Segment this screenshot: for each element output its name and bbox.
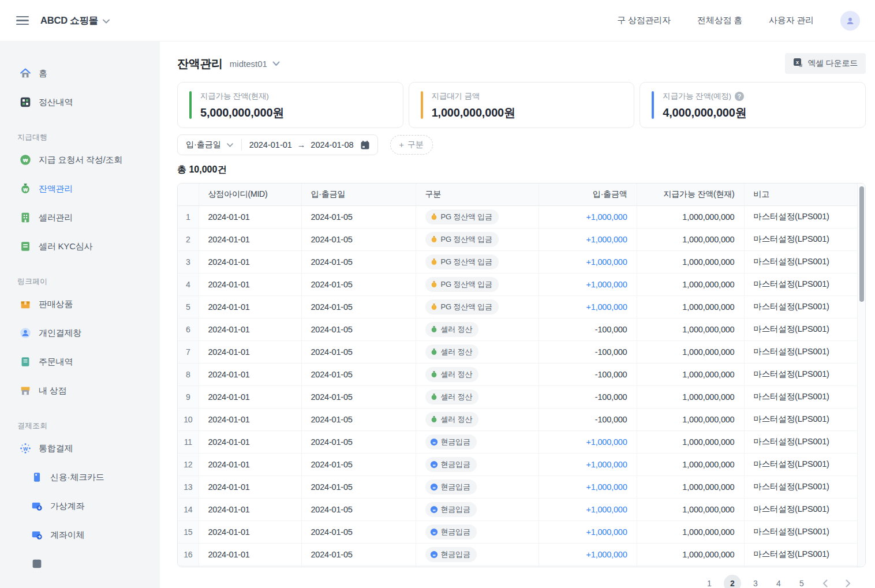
cell-mid: 2024-01-01 [199,205,301,228]
filter-field-dropdown[interactable]: 입·출금일 [178,135,241,155]
table-row: 102024-01-012024-01-05셀러 정산-100,0001,000… [178,408,857,430]
cell-category: PG 정산액 입금 [416,205,539,228]
card-label: 지급가능 잔액(현재) [200,91,269,102]
cell-note: 마스터설정(LPS001) [744,228,857,250]
cell-date: 2024-01-05 [301,228,416,250]
sidebar-item-label: 주문내역 [39,357,73,368]
cell-balance: 1,000,000,000 [637,205,744,228]
top-nav-item[interactable]: 사용자 관리 [769,15,814,26]
sidebar-item-product[interactable]: 판매상품 [0,290,160,319]
sidebar-section-label: 링크페이 [0,276,160,287]
cell-category: PG 정산액 입금 [416,273,539,295]
prev-page-icon[interactable] [816,575,833,588]
next-page-icon[interactable] [839,575,857,588]
summary-card: 지급가능 잔액(현재)5,000,000,000원 [177,82,403,128]
sidebar-item-kyc[interactable]: 셀러 KYC심사 [0,232,160,261]
cash-deposit-icon: w [430,550,438,559]
virtual-account-icon [31,500,43,512]
sidebar-item-balance[interactable]: ₩잔액관리 [0,174,160,203]
cell-note: 마스터설정(LPS001) [744,340,857,363]
cell-date: 2024-01-05 [301,498,416,520]
table-scrollbar-track[interactable] [857,183,865,567]
sidebar-item-credit-card[interactable]: 신용·체크카드 [0,463,160,492]
calendar-icon [360,140,370,150]
hamburger-menu-icon[interactable] [16,16,29,25]
cash-deposit-icon: w [430,438,438,446]
sidebar-item-transfer[interactable]: 계좌이체 [0,520,160,549]
sidebar-item-partial[interactable] [0,549,160,578]
cell-mid: 2024-01-01 [199,408,301,430]
column-header: 상점아이디(MID) [199,183,301,205]
mid-dropdown[interactable]: midtest01 [230,59,280,69]
cell-mid: 2024-01-01 [199,295,301,318]
table-row: 82024-01-012024-01-05셀러 정산-100,0001,000,… [178,363,857,385]
sidebar-item-settlement[interactable]: 정산내역 [0,88,160,117]
cell-category: w현금입금 [416,498,539,520]
cell-note: 마스터설정(LPS001) [744,430,857,453]
cell-note: 마스터설정(LPS001) [744,295,857,318]
transfer-icon [31,529,43,541]
user-avatar[interactable] [840,11,860,31]
category-badge: PG 정산액 입금 [425,277,499,292]
help-icon[interactable]: ? [735,92,744,101]
page-number-3[interactable]: 3 [747,575,764,588]
cell-mid: 2024-01-01 [199,520,301,543]
sidebar-item-integrated-payment[interactable]: w통합결제 [0,434,160,463]
brand-name: ABCD 쇼핑몰 [40,14,98,27]
cell-amount: +1,000,000 [539,273,637,295]
seller-settlement-icon [430,348,438,356]
excel-button-label: 엑셀 다운로드 [808,58,858,69]
date-to: 2024-01-08 [311,140,353,149]
cell-date: 2024-01-05 [301,363,416,385]
date-range-picker[interactable]: 2024-01-01 → 2024-01-08 [242,140,377,150]
page-number-1[interactable]: 1 [701,575,718,588]
sidebar-item-my-store[interactable]: 내 상점 [0,376,160,405]
card-accent-bar [421,91,423,119]
table-header: 상점아이디(MID)입·출금일구분입·출금액지급가능 잔액(현재)비고 [178,183,857,205]
cell-balance: 1,000,000,000 [637,340,744,363]
sidebar-item-label: 셀러관리 [39,212,73,223]
cell-amount: -100,000 [539,363,637,385]
cell-balance: 1,000,000,000 [637,543,744,565]
cell-category: 셀러 정산 [416,318,539,340]
page-number-4[interactable]: 4 [770,575,787,588]
cell-balance: 1,000,000,000 [637,228,744,250]
mid-value: midtest01 [230,59,267,69]
sidebar-item-payment-request[interactable]: ₩지급 요청서 작성/조회 [0,145,160,174]
page-number-2[interactable]: 2 [724,575,741,588]
svg-text:x: x [796,59,799,65]
cell-amount: +1,000,000 [539,205,637,228]
sidebar-item-seller[interactable]: 셀러관리 [0,203,160,232]
sidebar-item-virtual-account[interactable]: 가상계좌 [0,492,160,520]
category-badge: 셀러 정산 [425,412,479,427]
top-nav-item[interactable]: 전체상점 홈 [697,15,742,26]
sidebar: 홈정산내역지급대행₩지급 요청서 작성/조회₩잔액관리셀러관리셀러 KYC심사링… [0,42,160,588]
my-store-icon [19,384,32,397]
table-row-clipped [178,565,857,567]
cell-amount: -100,000 [539,318,637,340]
sidebar-item-personal-payment[interactable]: 개인결제창 [0,319,160,347]
cell-category: w현금입금 [416,543,539,565]
sidebar-section-label: 결제조회 [0,421,160,431]
seller-settlement-icon [430,370,438,379]
svg-text:w: w [432,530,435,534]
table-row: 92024-01-012024-01-05셀러 정산-100,0001,000,… [178,385,857,408]
card-accent-bar [189,91,192,119]
row-number: 6 [178,318,199,340]
top-nav-item[interactable]: 구 상점관리자 [617,15,671,26]
cell-note: 마스터설정(LPS001) [744,205,857,228]
table-scrollbar-thumb[interactable] [859,186,864,302]
cell-balance: 1,000,000,000 [637,453,744,475]
sidebar-item-label: 홈 [39,68,47,79]
store-switcher[interactable]: ABCD 쇼핑몰 [40,14,110,27]
excel-download-button[interactable]: x 엑셀 다운로드 [785,53,866,74]
cell-amount: +1,000,000 [539,250,637,273]
sidebar-item-home[interactable]: 홈 [0,59,160,88]
add-category-filter-chip[interactable]: + 구분 [390,135,433,155]
page-number-5[interactable]: 5 [793,575,810,588]
cell-category: PG 정산액 입금 [416,250,539,273]
sidebar-item-orders[interactable]: 주문내역 [0,347,160,376]
svg-text:w: w [432,440,435,444]
top-nav: 구 상점관리자전체상점 홈사용자 관리 [617,11,860,31]
cell-mid: 2024-01-01 [199,543,301,565]
